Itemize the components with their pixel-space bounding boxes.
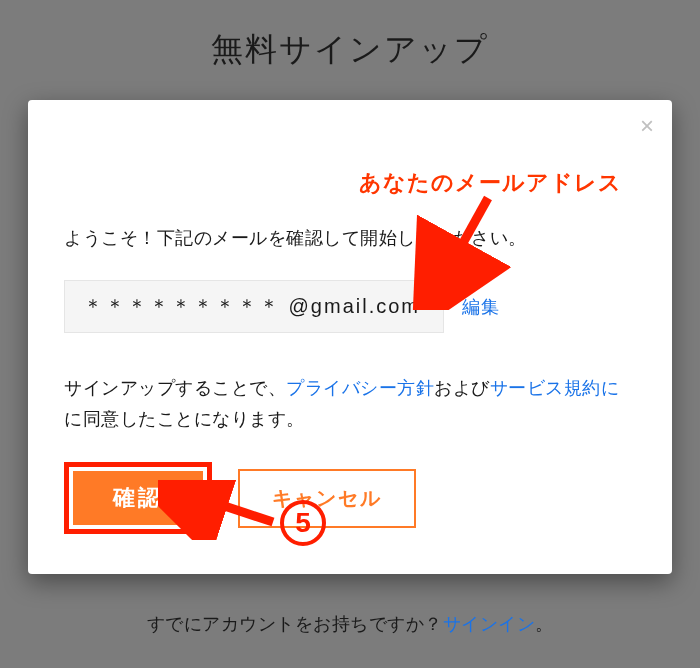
footer-post: 。 bbox=[535, 614, 554, 634]
edit-link[interactable]: 編集 bbox=[462, 295, 500, 319]
tos-link[interactable]: サービス規約に bbox=[490, 378, 620, 398]
footer: すでにアカウントをお持ちですか？サインイン。 bbox=[0, 612, 700, 636]
signup-modal: × あなたのメールアドレス ようこそ！下記のメールを確認して開始してください。 … bbox=[28, 100, 672, 574]
terms-pre: サインアップすることで、 bbox=[64, 378, 286, 398]
close-icon[interactable]: × bbox=[640, 114, 654, 138]
button-row: 確認 キャンセル bbox=[64, 462, 636, 534]
confirm-highlight-box: 確認 bbox=[64, 462, 212, 534]
terms-mid: および bbox=[434, 378, 490, 398]
page-title: 無料サインアップ bbox=[0, 0, 700, 72]
signin-link[interactable]: サインイン bbox=[443, 614, 536, 634]
cancel-button[interactable]: キャンセル bbox=[238, 469, 416, 528]
email-display: ＊＊＊＊＊＊＊＊＊ @gmail.com bbox=[64, 280, 444, 333]
step-number-badge: 5 bbox=[280, 500, 326, 546]
footer-pre: すでにアカウントをお持ちですか？ bbox=[147, 614, 443, 634]
email-row: ＊＊＊＊＊＊＊＊＊ @gmail.com 編集 bbox=[64, 280, 636, 333]
confirm-button[interactable]: 確認 bbox=[73, 471, 203, 525]
privacy-link[interactable]: プライバシー方針 bbox=[286, 378, 434, 398]
annotation-email-label: あなたのメールアドレス bbox=[359, 168, 622, 198]
terms-text: サインアップすることで、プライバシー方針およびサービス規約にに同意したことになり… bbox=[64, 373, 636, 434]
welcome-text: ようこそ！下記のメールを確認して開始してください。 bbox=[64, 226, 636, 250]
terms-post: に同意したことになります。 bbox=[64, 409, 305, 429]
